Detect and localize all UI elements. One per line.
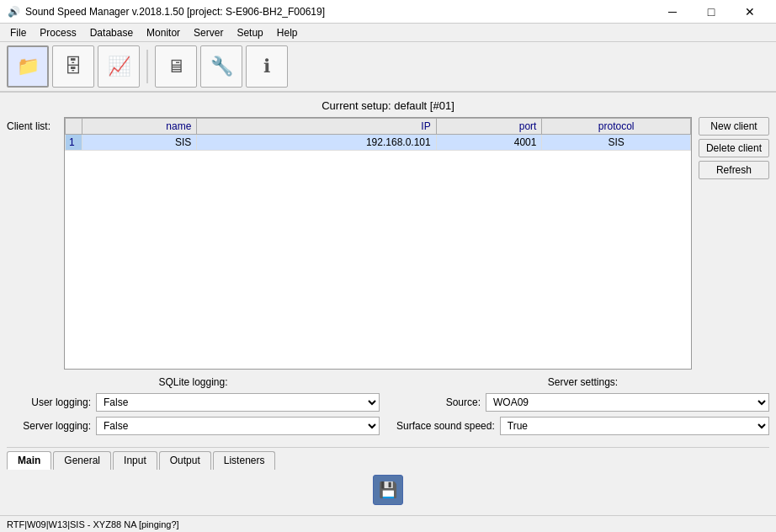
- user-logging-label: User logging:: [7, 396, 91, 408]
- col-ip: IP: [197, 119, 436, 135]
- tab-input[interactable]: Input: [113, 451, 157, 470]
- cell-port: 4001: [436, 135, 542, 151]
- source-label: Source:: [396, 396, 481, 408]
- source-select[interactable]: WOA09: [486, 393, 769, 412]
- client-table-container: name IP port protocol 1SIS192.168.0.1014…: [64, 117, 692, 370]
- tab-general[interactable]: General: [53, 451, 111, 470]
- menubar-item-setup[interactable]: Setup: [230, 25, 269, 40]
- database-icon[interactable]: 🗄: [52, 45, 94, 88]
- server-settings-title: Server settings:: [396, 376, 769, 388]
- folder-icon[interactable]: 📁: [7, 45, 49, 88]
- titlebar-controls: ─ □ ✕: [653, 0, 769, 24]
- surface-sound-speed-row: Surface sound speed: True False: [396, 417, 769, 435]
- cell-protocol: SIS: [542, 135, 691, 151]
- server-logging-label: Server logging:: [7, 420, 91, 432]
- titlebar-title: Sound Speed Manager v.2018.1.50 [project…: [25, 6, 653, 18]
- bottom-tabs: MainGeneralInputOutputListeners: [7, 447, 769, 470]
- menubar-item-database[interactable]: Database: [83, 25, 140, 40]
- maximize-button[interactable]: □: [692, 0, 731, 24]
- save-area: 💾: [7, 470, 769, 508]
- sqlite-logging-group: SQLite logging: User logging: False True…: [7, 376, 380, 440]
- client-label-col: Client list:: [7, 117, 57, 370]
- titlebar: 🔊 Sound Speed Manager v.2018.1.50 [proje…: [0, 0, 776, 24]
- cell-ip: 192.168.0.101: [197, 135, 436, 151]
- table-row[interactable]: 1SIS192.168.0.1014001SIS: [66, 135, 691, 151]
- cell-name: SIS: [82, 135, 197, 151]
- surface-sound-speed-select[interactable]: True False: [500, 417, 769, 435]
- client-section: Client list: name IP port protocol 1S: [7, 117, 692, 370]
- statusbar: RTF|W09|W13|SIS - XYZ88 NA [pinging?]: [0, 515, 776, 532]
- settings-area: SQLite logging: User logging: False True…: [7, 376, 769, 440]
- save-button[interactable]: 💾: [373, 475, 403, 505]
- tab-output[interactable]: Output: [159, 451, 211, 470]
- menubar: FileProcessDatabaseMonitorServerSetupHel…: [0, 24, 776, 42]
- server-logging-select[interactable]: False True: [96, 417, 380, 435]
- device-icon[interactable]: 🖥: [155, 45, 197, 88]
- app-icon: 🔊: [7, 5, 20, 19]
- col-protocol: protocol: [542, 119, 691, 135]
- action-buttons-col: New client Delete client Refresh: [699, 117, 769, 370]
- minimize-button[interactable]: ─: [653, 0, 692, 24]
- refresh-button[interactable]: Refresh: [699, 161, 769, 179]
- cell-num: 1: [66, 135, 82, 151]
- status-text: RTF|W09|W13|SIS - XYZ88 NA [pinging?]: [7, 519, 179, 529]
- menubar-item-process[interactable]: Process: [33, 25, 82, 40]
- server-logging-row: Server logging: False True: [7, 417, 380, 435]
- menubar-item-file[interactable]: File: [3, 25, 33, 40]
- col-name: name: [82, 119, 197, 135]
- save-icon: 💾: [379, 481, 397, 499]
- info-icon[interactable]: ℹ: [246, 45, 288, 88]
- table-body: 1SIS192.168.0.1014001SIS: [66, 135, 691, 151]
- toolbar-separator: [146, 50, 148, 83]
- source-row: Source: WOA09: [396, 393, 769, 412]
- col-port: port: [436, 119, 542, 135]
- tab-listeners[interactable]: Listeners: [213, 451, 276, 470]
- close-button[interactable]: ✕: [731, 0, 769, 24]
- tools-icon[interactable]: 🔧: [200, 45, 242, 88]
- client-list-label: Client list:: [7, 120, 50, 132]
- col-num: [66, 119, 82, 135]
- new-client-button[interactable]: New client: [699, 117, 769, 136]
- client-table: name IP port protocol 1SIS192.168.0.1014…: [65, 118, 691, 151]
- user-logging-select[interactable]: False True: [96, 393, 380, 412]
- menubar-item-help[interactable]: Help: [270, 25, 305, 40]
- main-content: Current setup: default [#01] Client list…: [0, 93, 776, 515]
- table-header-row: name IP port protocol: [66, 119, 691, 135]
- setup-title: Current setup: default [#01]: [7, 99, 769, 112]
- toolbar: 📁🗄📈🖥🔧ℹ: [0, 42, 776, 93]
- sqlite-logging-title: SQLite logging:: [7, 376, 380, 388]
- user-logging-row: User logging: False True: [7, 393, 380, 412]
- tab-main[interactable]: Main: [7, 451, 51, 470]
- client-area: Client list: name IP port protocol 1S: [7, 117, 769, 370]
- menubar-item-server[interactable]: Server: [187, 25, 230, 40]
- server-settings-group: Server settings: Source: WOA09 Surface s…: [396, 376, 769, 440]
- menubar-item-monitor[interactable]: Monitor: [140, 25, 187, 40]
- chart-icon[interactable]: 📈: [98, 45, 140, 88]
- delete-client-button[interactable]: Delete client: [699, 139, 769, 157]
- surface-sound-speed-label: Surface sound speed:: [396, 420, 495, 432]
